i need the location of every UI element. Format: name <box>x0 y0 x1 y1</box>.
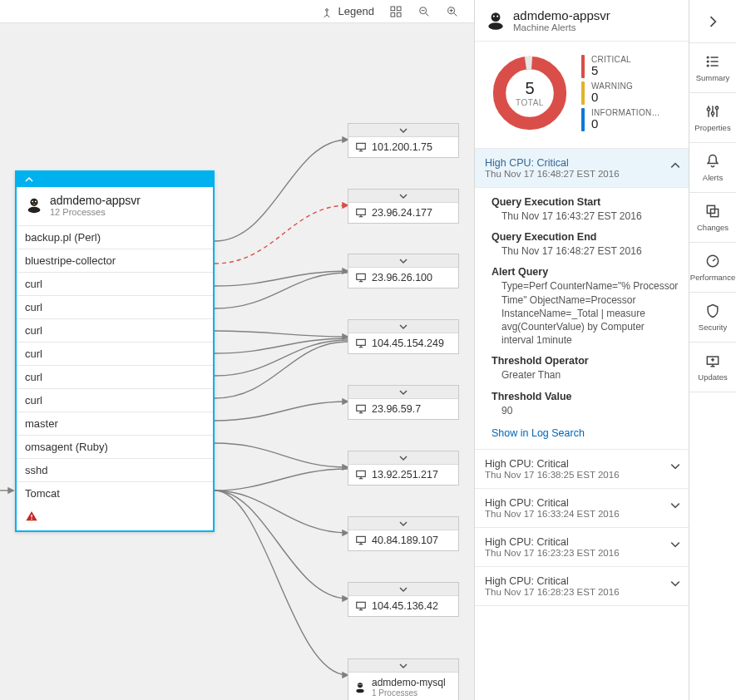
list-icon <box>704 53 721 70</box>
total-count: 5 <box>525 79 534 98</box>
remote-node[interactable]: 101.200.1.75 <box>348 123 459 158</box>
alert-summary: 5 TOTAL CRITICAL5WARNING0INFORMATION…0 <box>475 42 689 149</box>
chevron-down-icon <box>399 388 408 397</box>
svg-point-24 <box>361 684 362 685</box>
remote-node[interactable]: 104.45.154.249 <box>348 319 459 354</box>
process-row[interactable]: curl <box>17 343 213 366</box>
qes-label: Query Execution Start <box>491 196 679 208</box>
remote-node[interactable]: 104.45.136.42 <box>348 582 459 617</box>
ip-label: 104.45.154.249 <box>372 338 444 349</box>
collapse-bar[interactable] <box>17 172 213 187</box>
zoom-out-icon[interactable] <box>417 5 431 18</box>
alert-item[interactable]: High CPU: CriticalThu Nov 17 16:38:25 ES… <box>475 450 689 489</box>
expand-bar[interactable] <box>348 659 458 673</box>
tab-label: Alerts <box>703 173 723 182</box>
tab-alerts[interactable]: Alerts <box>689 143 736 193</box>
tab-summary[interactable]: Summary <box>689 43 736 93</box>
alert-title: High CPU: Critical <box>485 497 679 509</box>
chevron-down-icon <box>670 579 680 589</box>
expand-bar[interactable] <box>348 254 458 268</box>
chevron-right-icon <box>704 13 721 30</box>
process-row[interactable]: omsagent (Ruby) <box>17 436 213 459</box>
machine-mysql[interactable]: admdemo-mysql 1 Processes <box>348 658 459 700</box>
process-row[interactable]: curl <box>17 296 213 319</box>
tab-updates[interactable]: Updates <box>689 343 736 392</box>
svg-rect-15 <box>357 274 366 279</box>
chevron-up-icon <box>670 160 680 170</box>
machine-process-count: 1 Processes <box>372 688 446 698</box>
process-row[interactable]: master <box>17 412 213 436</box>
expand-bar[interactable] <box>348 320 458 333</box>
tab-performance[interactable]: Performance <box>689 243 736 293</box>
top-label: Threshold Operator <box>491 355 679 367</box>
process-row[interactable]: sshd <box>17 459 213 482</box>
svg-point-27 <box>493 15 495 17</box>
expand-bar[interactable] <box>348 386 458 399</box>
tab-properties[interactable]: Properties <box>689 93 736 143</box>
alert-item[interactable]: High CPU: CriticalThu Nov 17 16:33:24 ES… <box>475 489 689 528</box>
expand-bar[interactable] <box>348 124 458 137</box>
tval-label: Threshold Value <box>491 391 679 402</box>
process-row[interactable]: curl <box>17 389 213 412</box>
remote-node[interactable]: 23.96.59.7 <box>348 385 459 420</box>
svg-point-7 <box>28 207 41 213</box>
tab-security[interactable]: Security <box>689 293 736 343</box>
total-label: TOTAL <box>516 98 544 107</box>
ip-label: 101.200.1.75 <box>372 141 432 153</box>
expand-bar[interactable] <box>348 583 458 596</box>
svg-point-0 <box>325 8 328 11</box>
dependency-map-canvas[interactable]: Legend admdemo-appsvr 12 Processes backu… <box>0 0 474 700</box>
aq-value: Type=Perf CounterName="% Processor Time"… <box>491 278 679 350</box>
alert-item-expanded[interactable]: High CPU: Critical Thu Nov 17 16:48:27 E… <box>475 149 689 188</box>
svg-rect-4 <box>397 12 401 17</box>
alert-date: Thu Nov 17 16:23:23 EST 2016 <box>485 548 679 558</box>
chevron-up-icon <box>25 175 33 184</box>
machine-process-count: 12 Processes <box>50 207 141 217</box>
show-in-log-search-link[interactable]: Show in Log Search <box>491 427 585 439</box>
aq-label: Alert Query <box>491 266 679 278</box>
severity-row: INFORMATION…0 <box>581 108 660 131</box>
alert-item[interactable]: High CPU: CriticalThu Nov 17 16:28:23 ES… <box>475 567 689 606</box>
fit-icon[interactable] <box>389 5 403 18</box>
remote-node[interactable]: 23.96.24.177 <box>348 189 459 224</box>
expand-bar[interactable] <box>348 451 458 465</box>
machine-name: admdemo-mysql <box>372 677 446 688</box>
collapse-panel-button[interactable] <box>689 0 736 43</box>
svg-rect-11 <box>31 515 32 517</box>
shield-icon <box>704 303 721 319</box>
remote-node[interactable]: 13.92.251.217 <box>348 451 459 486</box>
tab-changes[interactable]: Changes <box>689 193 736 243</box>
qes-value: Thu Nov 17 16:43:27 EST 2016 <box>491 208 679 226</box>
tab-label: Summary <box>696 73 730 82</box>
process-row[interactable]: curl <box>17 319 213 343</box>
canvas-toolbar: Legend <box>0 0 474 23</box>
process-row[interactable]: curl <box>17 273 213 296</box>
machine-alert-footer[interactable] <box>17 505 213 530</box>
process-row[interactable]: Tomcat <box>17 482 213 505</box>
legend-label: Legend <box>338 5 374 17</box>
process-row[interactable]: curl <box>17 366 213 389</box>
ip-label: 13.92.251.217 <box>372 469 438 481</box>
svg-rect-3 <box>391 12 395 17</box>
zoom-in-icon[interactable] <box>446 5 459 18</box>
chevron-down-icon <box>399 585 408 594</box>
legend-button[interactable]: Legend <box>320 5 374 18</box>
severity-value: 5 <box>591 64 631 76</box>
remote-node[interactable]: 40.84.189.107 <box>348 516 459 551</box>
linux-icon <box>25 196 43 214</box>
process-row[interactable]: backup.pl (Perl) <box>17 226 213 249</box>
monitor-icon <box>355 600 367 612</box>
machine-appsvr[interactable]: admdemo-appsvr 12 Processes backup.pl (P… <box>15 170 215 532</box>
process-row[interactable]: bluestripe-collector <box>17 249 213 273</box>
ip-label: 23.96.24.177 <box>372 207 432 219</box>
chevron-down-icon <box>670 540 680 550</box>
svg-point-22 <box>358 683 363 688</box>
remote-node[interactable]: 23.96.26.100 <box>348 254 459 288</box>
alert-item[interactable]: High CPU: CriticalThu Nov 17 16:23:23 ES… <box>475 528 689 567</box>
side-tabs: Summary Properties Alerts Changes Perfor… <box>689 0 736 700</box>
expand-bar[interactable] <box>348 190 458 203</box>
expand-bar[interactable] <box>348 517 458 530</box>
qee-value: Thu Nov 17 16:48:27 EST 2016 <box>491 243 679 261</box>
panel-title: admdemo-appsvr <box>513 8 610 22</box>
chevron-down-icon <box>399 323 408 331</box>
